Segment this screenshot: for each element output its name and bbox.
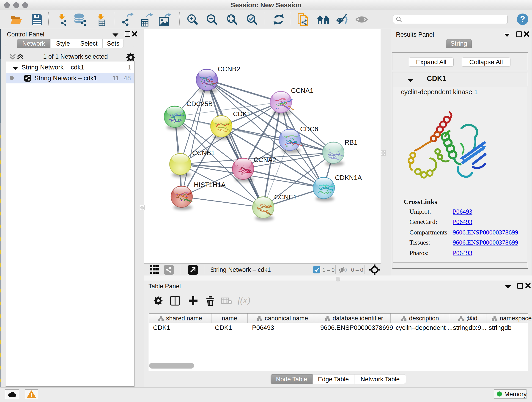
svg-text:CDC25B: CDC25B: [186, 100, 213, 108]
svg-text:CDK1: CDK1: [233, 110, 251, 118]
svg-text:CDC6: CDC6: [300, 125, 318, 133]
svg-text:CCNA2: CCNA2: [254, 156, 276, 163]
svg-text:RB1: RB1: [345, 139, 357, 146]
svg-text:CCNE1: CCNE1: [274, 193, 297, 201]
svg-text:CDKN1A: CDKN1A: [335, 174, 362, 181]
svg-text:CCNA1: CCNA1: [291, 87, 313, 94]
svg-text:CCNB1: CCNB1: [192, 149, 215, 157]
svg-text:HIST1H1A: HIST1H1A: [194, 181, 226, 188]
svg-text:CCNB2: CCNB2: [218, 65, 240, 73]
svg-text:?: ?: [520, 14, 525, 24]
